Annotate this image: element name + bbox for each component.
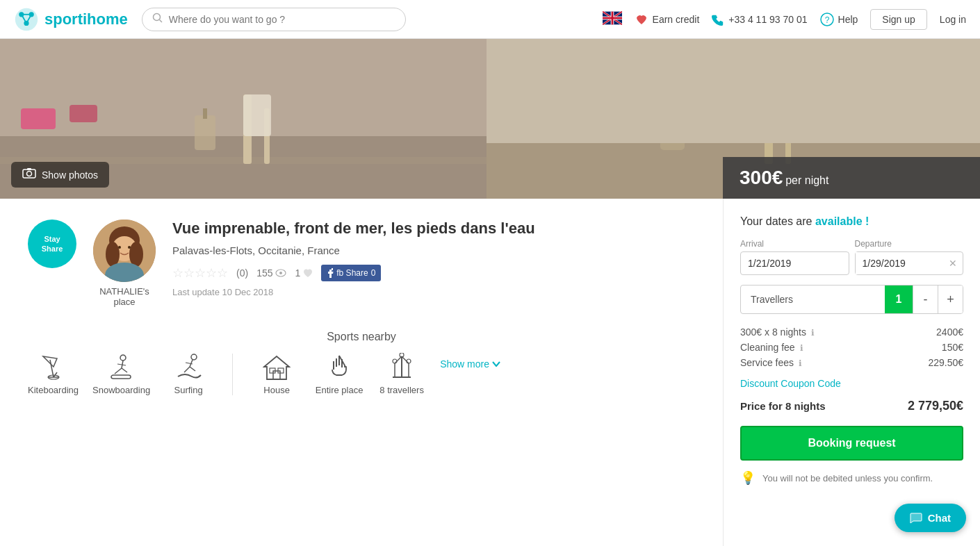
show-photos-button[interactable]: Show photos bbox=[11, 162, 109, 188]
travellers-count: 1 bbox=[885, 286, 913, 313]
accom-entire: Entire place bbox=[315, 353, 364, 395]
help-label: Help bbox=[838, 14, 858, 25]
booking-request-button[interactable]: Booking request bbox=[740, 426, 963, 461]
svg-rect-37 bbox=[487, 39, 980, 143]
login-link[interactable]: Log in bbox=[940, 14, 966, 25]
help-link[interactable]: ? Help bbox=[820, 13, 858, 26]
discount-label: Discount Coupon Code bbox=[740, 378, 841, 389]
host-avatar-wrap: NATHALIE's place bbox=[93, 220, 156, 307]
clear-date-button[interactable]: ✕ bbox=[943, 252, 963, 274]
discount-coupon-link[interactable]: Discount Coupon Code bbox=[740, 378, 963, 389]
no-debit-notice: 💡 You will not be debited unless you con… bbox=[740, 470, 963, 486]
show-more-link[interactable]: Show more bbox=[440, 358, 500, 370]
svg-point-56 bbox=[120, 355, 126, 361]
phone-link[interactable]: +33 4 11 93 70 01 bbox=[712, 13, 807, 26]
house-label: House bbox=[263, 385, 290, 395]
accom-travellers: 8 travellers bbox=[377, 353, 426, 395]
nav-right: Earn credit +33 4 11 93 70 01 ? Help Sig… bbox=[603, 9, 966, 30]
avatar-image bbox=[93, 220, 156, 282]
chat-icon bbox=[910, 513, 922, 524]
stay-share-badge: Stay Share bbox=[28, 220, 76, 268]
svg-point-62 bbox=[191, 354, 197, 360]
earn-credit-link[interactable]: Earn credit bbox=[635, 13, 700, 26]
bulb-icon: 💡 bbox=[740, 470, 756, 486]
cost-nights-value: 2400€ bbox=[936, 326, 963, 338]
chevron-down-icon bbox=[492, 361, 500, 367]
availability-label: Your dates are bbox=[740, 215, 812, 227]
price-total-row: Price for 8 nights 2 779,50€ bbox=[740, 399, 963, 413]
sports-grid: Kiteboarding Snowboarding bbox=[28, 353, 695, 395]
eye-icon bbox=[275, 269, 286, 277]
departure-input[interactable] bbox=[856, 252, 944, 274]
likes-count: 1 bbox=[295, 267, 313, 279]
date-row: Arrival Departure ✕ bbox=[740, 239, 963, 275]
svg-point-46 bbox=[118, 246, 121, 249]
surfing-label: Surfing bbox=[174, 385, 203, 395]
language-flag[interactable] bbox=[603, 11, 622, 28]
likes-number: 1 bbox=[295, 267, 300, 279]
accom-house: House bbox=[252, 353, 301, 395]
svg-point-39 bbox=[27, 172, 32, 176]
travellers-increase-button[interactable]: + bbox=[938, 286, 963, 313]
arrival-input[interactable] bbox=[740, 251, 849, 275]
search-input[interactable] bbox=[169, 14, 395, 25]
stay-share-line2: Share bbox=[42, 244, 63, 254]
main-content: Stay Share bbox=[0, 199, 980, 546]
svg-point-3 bbox=[24, 20, 28, 25]
logo-icon bbox=[14, 7, 39, 32]
cost-row-service: Service fees ℹ 229.50€ bbox=[740, 357, 963, 368]
facebook-share-button[interactable]: fb Share 0 bbox=[321, 265, 381, 281]
cost-service-text: Service fees bbox=[740, 357, 794, 368]
chat-label: Chat bbox=[928, 512, 951, 524]
svg-line-59 bbox=[122, 368, 127, 372]
svg-rect-28 bbox=[195, 115, 215, 150]
svg-rect-27 bbox=[243, 94, 271, 136]
phone-icon bbox=[712, 13, 724, 26]
cost-cleaning-label: Cleaning fee ℹ bbox=[740, 342, 803, 353]
login-label: Log in bbox=[940, 14, 966, 25]
svg-rect-23 bbox=[21, 108, 56, 129]
review-count: (0) bbox=[236, 267, 248, 279]
show-photos-label: Show photos bbox=[42, 169, 98, 181]
price-total-value: 2 779,50€ bbox=[908, 399, 963, 413]
host-avatar[interactable] bbox=[93, 220, 156, 282]
svg-rect-17 bbox=[611, 11, 613, 24]
cost-service-value: 229.50€ bbox=[928, 357, 963, 368]
sports-divider bbox=[232, 354, 233, 395]
help-icon: ? bbox=[820, 13, 834, 26]
logo-text: sportihome bbox=[44, 10, 128, 28]
svg-line-61 bbox=[117, 364, 126, 365]
snowboarding-icon bbox=[108, 353, 136, 381]
info-icon-cleaning[interactable]: ℹ bbox=[800, 343, 803, 353]
star-rating: ☆☆☆☆☆ bbox=[172, 265, 228, 281]
host-row: Stay Share bbox=[28, 220, 695, 314]
svg-line-58 bbox=[115, 368, 122, 374]
svg-line-64 bbox=[184, 367, 190, 372]
svg-rect-68 bbox=[273, 371, 280, 379]
heart-icon bbox=[635, 13, 648, 26]
signup-button[interactable]: Sign up bbox=[870, 9, 926, 30]
kiteboarding-icon bbox=[40, 353, 67, 381]
arrival-field: Arrival bbox=[740, 239, 849, 275]
fb-share-label: fb Share bbox=[336, 268, 368, 278]
info-icon-service[interactable]: ℹ bbox=[799, 358, 802, 368]
chat-button[interactable]: Chat bbox=[895, 504, 966, 532]
logo[interactable]: sportihome bbox=[14, 7, 128, 32]
views-count: 155 bbox=[256, 267, 286, 279]
surfing-icon bbox=[174, 353, 202, 381]
info-icon-nights[interactable]: ℹ bbox=[811, 328, 815, 338]
search-bar[interactable] bbox=[142, 8, 406, 31]
uk-flag-icon bbox=[603, 11, 622, 25]
navbar: sportihome Earn credit bbox=[0, 0, 980, 39]
last-update: Last update 10 Dec 2018 bbox=[172, 287, 535, 297]
travellers-label: 8 travellers bbox=[379, 385, 424, 395]
listing-meta: ☆☆☆☆☆ (0) 155 1 fb Share 0 bbox=[172, 265, 535, 281]
travellers-decrease-button[interactable]: - bbox=[913, 286, 938, 313]
svg-point-47 bbox=[128, 246, 131, 249]
departure-label: Departure bbox=[855, 239, 964, 249]
svg-rect-24 bbox=[70, 105, 97, 122]
heart-small-icon bbox=[303, 269, 313, 278]
snowboarding-label: Snowboarding bbox=[92, 385, 150, 395]
sport-surfing: Surfing bbox=[164, 353, 213, 395]
show-more-text: Show more bbox=[440, 358, 489, 370]
